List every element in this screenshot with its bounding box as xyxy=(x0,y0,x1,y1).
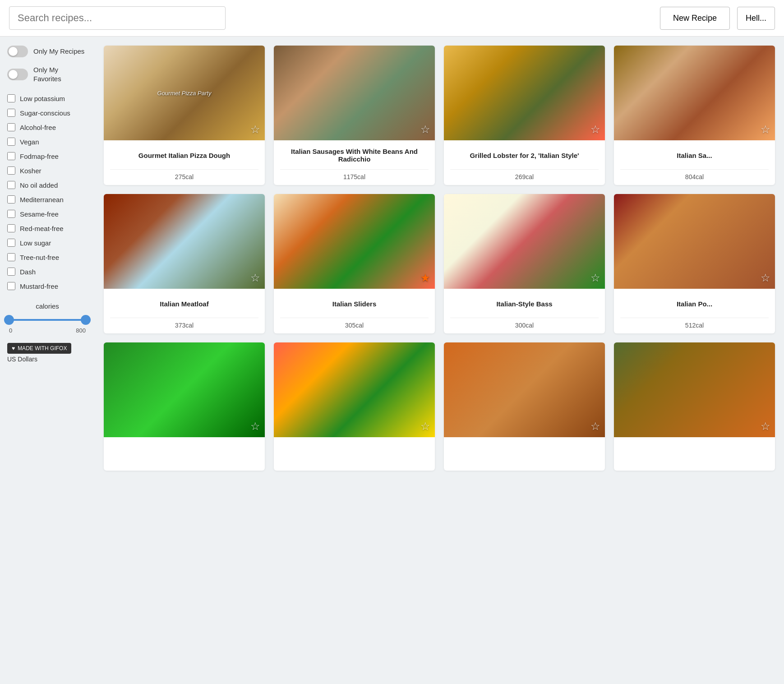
toggle-my-recipes-row: Only My Recipes xyxy=(7,46,88,57)
recipe-card[interactable]: Gourmet Pizza Party☆Gourmet Italian Pizz… xyxy=(104,46,265,185)
favorite-star[interactable]: ☆ xyxy=(761,420,770,433)
header: italian New Recipe Hell... xyxy=(0,0,784,37)
toggle-my-favorites[interactable] xyxy=(7,69,28,80)
recipe-card[interactable]: ☆ xyxy=(274,342,435,471)
filter-section: Low potassiumSugar-consciousAlcohol-free… xyxy=(7,91,88,293)
recipe-card-body: Italian-Style Bass300cal xyxy=(444,289,605,333)
favorite-star[interactable]: ☆ xyxy=(590,123,600,136)
recipe-card[interactable]: ★Italian Sliders305cal xyxy=(274,194,435,333)
recipe-card[interactable]: ☆Italian-Style Bass300cal xyxy=(444,194,605,333)
recipe-calories: 512cal xyxy=(620,318,769,329)
recipes-area: Gourmet Pizza Party☆Gourmet Italian Pizz… xyxy=(95,37,784,480)
filter-item-sesame-free[interactable]: Sesame-free xyxy=(7,207,88,221)
recipe-name xyxy=(110,443,258,462)
filter-item-kosher[interactable]: Kosher xyxy=(7,163,88,178)
filter-checkbox-sugar-conscious[interactable] xyxy=(7,109,15,117)
favorite-star[interactable]: ☆ xyxy=(761,123,770,136)
favorite-star[interactable]: ☆ xyxy=(420,420,430,433)
recipe-card-body: Italian Sliders305cal xyxy=(274,289,435,333)
recipe-card-image-wrap: ☆ xyxy=(104,342,265,437)
main-layout: Only My Recipes Only My Favorites Low po… xyxy=(0,37,784,480)
favorite-star[interactable]: ☆ xyxy=(420,123,430,136)
favorite-star[interactable]: ☆ xyxy=(761,272,770,284)
filter-item-alcohol-free[interactable]: Alcohol-free xyxy=(7,120,88,134)
recipe-card[interactable]: ☆Italian Sausages With White Beans And R… xyxy=(274,46,435,185)
filter-checkbox-no-oil-added[interactable] xyxy=(7,181,15,189)
filter-item-mediterranean[interactable]: Mediterranean xyxy=(7,192,88,207)
filter-checkbox-dash[interactable] xyxy=(7,268,15,276)
filter-checkbox-mustard-free[interactable] xyxy=(7,282,15,290)
favorite-star[interactable]: ☆ xyxy=(590,272,600,284)
filter-item-tree-nut-free[interactable]: Tree-nut-free xyxy=(7,250,88,264)
filter-item-sugar-conscious[interactable]: Sugar-conscious xyxy=(7,106,88,120)
favorite-star[interactable]: ☆ xyxy=(590,420,600,433)
recipe-card-body: Italian Sausages With White Beans And Ra… xyxy=(274,140,435,185)
recipe-image xyxy=(614,194,775,289)
recipe-card[interactable]: ☆ xyxy=(444,342,605,471)
footer-badge: ♥ MADE WITH GIFOX US Dollars xyxy=(7,343,88,363)
recipe-card[interactable]: ☆Grilled Lobster for 2, 'Italian Style'2… xyxy=(444,46,605,185)
filter-label-low-sugar: Low sugar xyxy=(20,239,51,247)
filter-checkbox-kosher[interactable] xyxy=(7,166,15,175)
filter-item-red-meat-free[interactable]: Red-meat-free xyxy=(7,221,88,236)
recipe-calories: 275cal xyxy=(110,169,258,180)
recipe-card[interactable]: ☆Italian Po...512cal xyxy=(614,194,775,333)
search-input[interactable]: italian xyxy=(9,6,226,30)
recipe-card[interactable]: ☆ xyxy=(614,342,775,471)
recipe-card-body xyxy=(444,437,605,471)
recipe-card-image-wrap: ☆ xyxy=(274,342,435,437)
filter-checkbox-fodmap-free[interactable] xyxy=(7,152,15,160)
toggle-my-recipes-thumb[interactable] xyxy=(9,47,18,56)
toggle-my-recipes-label: Only My Recipes xyxy=(33,47,84,56)
recipe-card[interactable]: ☆ xyxy=(104,342,265,471)
favorite-star[interactable]: ☆ xyxy=(250,420,260,433)
recipe-image xyxy=(614,342,775,437)
favorite-star[interactable]: ☆ xyxy=(250,272,260,284)
recipe-card-image-wrap: Gourmet Pizza Party☆ xyxy=(104,46,265,140)
recipe-image xyxy=(614,46,775,140)
filter-item-no-oil-added[interactable]: No oil added xyxy=(7,178,88,192)
recipe-name: Italian Po... xyxy=(620,294,769,313)
recipe-card-body: Italian Po...512cal xyxy=(614,289,775,333)
recipe-image xyxy=(274,342,435,437)
recipe-calories: 1175cal xyxy=(280,169,429,180)
recipe-card-body xyxy=(274,437,435,471)
toggle-my-favorites-thumb[interactable] xyxy=(9,70,18,79)
recipe-card-image-wrap: ☆ xyxy=(274,46,435,140)
new-recipe-button[interactable]: New Recipe xyxy=(660,7,730,30)
toggle-my-recipes[interactable] xyxy=(7,46,28,57)
recipe-card-body xyxy=(614,437,775,471)
filter-item-mustard-free[interactable]: Mustard-free xyxy=(7,279,88,293)
sidebar: Only My Recipes Only My Favorites Low po… xyxy=(0,37,95,480)
recipe-calories: 373cal xyxy=(110,318,258,329)
recipes-grid: Gourmet Pizza Party☆Gourmet Italian Pizz… xyxy=(104,46,775,471)
filter-item-low-sugar[interactable]: Low sugar xyxy=(7,236,88,250)
filter-checkbox-sesame-free[interactable] xyxy=(7,210,15,218)
filter-item-fodmap-free[interactable]: Fodmap-free xyxy=(7,149,88,163)
filter-label-dash: Dash xyxy=(20,268,36,276)
recipe-card-image-wrap: ★ xyxy=(274,194,435,289)
filter-checkbox-mediterranean[interactable] xyxy=(7,195,15,203)
slider-thumb-max[interactable] xyxy=(81,315,91,325)
recipe-card-image-wrap: ☆ xyxy=(614,46,775,140)
filter-checkbox-low-potassium[interactable] xyxy=(7,94,15,102)
favorite-star[interactable]: ☆ xyxy=(250,123,260,136)
filter-checkbox-vegan[interactable] xyxy=(7,138,15,146)
filter-item-dash[interactable]: Dash xyxy=(7,264,88,279)
recipe-card[interactable]: ☆Italian Sa...804cal xyxy=(614,46,775,185)
filter-checkbox-tree-nut-free[interactable] xyxy=(7,253,15,261)
toggle-my-favorites-row: Only My Favorites xyxy=(7,65,88,83)
filter-label-mediterranean: Mediterranean xyxy=(20,196,64,203)
filter-item-low-potassium[interactable]: Low potassium xyxy=(7,91,88,106)
slider-thumb-min[interactable] xyxy=(4,315,14,325)
filter-checkbox-low-sugar[interactable] xyxy=(7,239,15,247)
favorite-star[interactable]: ★ xyxy=(420,272,430,284)
filter-label-sugar-conscious: Sugar-conscious xyxy=(20,109,70,117)
filter-checkbox-alcohol-free[interactable] xyxy=(7,123,15,131)
calories-section: calories 0 800 xyxy=(7,302,88,334)
filter-label-fodmap-free: Fodmap-free xyxy=(20,153,59,160)
recipe-card[interactable]: ☆Italian Meatloaf373cal xyxy=(104,194,265,333)
filter-checkbox-red-meat-free[interactable] xyxy=(7,224,15,232)
hello-button[interactable]: Hell... xyxy=(737,7,775,30)
filter-item-vegan[interactable]: Vegan xyxy=(7,134,88,149)
